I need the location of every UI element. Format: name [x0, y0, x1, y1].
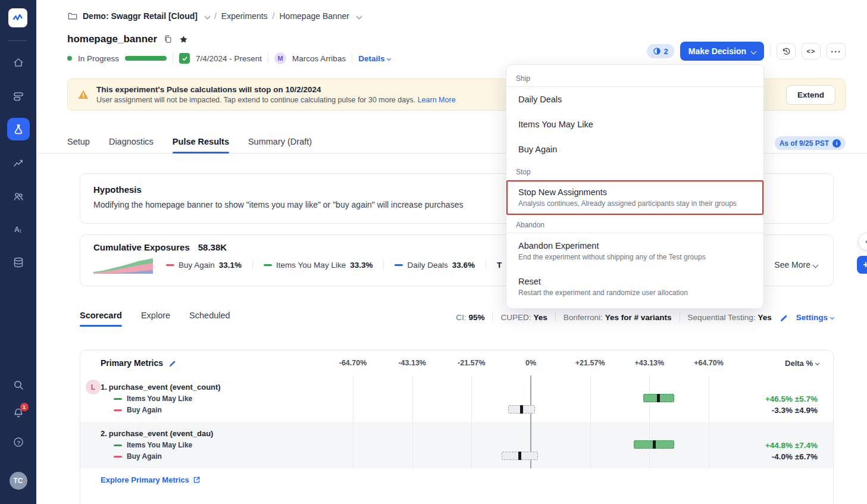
- confidence-interval-bar[interactable]: [643, 394, 675, 402]
- menu-item-title: Daily Deals: [518, 95, 752, 104]
- divider: [555, 312, 556, 322]
- details-link[interactable]: Details: [358, 54, 390, 63]
- settings-label: Settings: [796, 313, 828, 322]
- delta-sort-header[interactable]: Delta %: [785, 359, 819, 368]
- tab-explore[interactable]: Explore: [141, 311, 170, 327]
- more-button[interactable]: ···: [827, 43, 846, 60]
- menu-item-items-you-may-like[interactable]: Items You May Like: [506, 112, 763, 137]
- menu-section-label-ship: Ship: [506, 68, 763, 86]
- chevron-down-icon: [387, 56, 391, 60]
- legend-item: Buy Again: [114, 452, 162, 461]
- history-icon: [782, 47, 791, 56]
- copy-icon[interactable]: [163, 35, 173, 44]
- flask-icon: [12, 123, 24, 135]
- sidebar-item-data-warehouse[interactable]: [7, 251, 30, 274]
- pencil-icon[interactable]: [168, 359, 177, 367]
- breadcrumb-page[interactable]: Homepage Banner: [280, 11, 350, 21]
- legend-value: 33.6%: [452, 261, 475, 270]
- confidence-interval-bar[interactable]: [508, 405, 535, 414]
- see-more-label: See More: [774, 260, 810, 270]
- legend-dash: [264, 264, 272, 266]
- assistant-button[interactable]: +: [857, 256, 867, 274]
- gridline: [649, 375, 650, 468]
- menu-item-daily-deals[interactable]: Daily Deals: [506, 87, 763, 112]
- statsig-logo-icon[interactable]: [8, 8, 27, 27]
- user-avatar[interactable]: TC: [10, 472, 27, 490]
- tab-pulse-results[interactable]: Pulse Results: [173, 137, 229, 153]
- sidebar-item-metrics[interactable]: [7, 152, 30, 174]
- tab-diagnostics[interactable]: Diagnostics: [109, 137, 154, 153]
- metric-index: 1.: [101, 383, 107, 392]
- sidebar-item-experiments[interactable]: [7, 118, 30, 140]
- config-value: Yes: [533, 313, 547, 322]
- gridline: [353, 375, 353, 468]
- metric-label: purchase_event (event_count): [109, 383, 221, 392]
- menu-item-stop-new-assignments[interactable]: Stop New Assignments Analysis continues,…: [506, 180, 763, 215]
- menu-section-label-abandon: Abandon: [506, 215, 763, 233]
- pencil-icon[interactable]: [780, 313, 788, 322]
- decision-count-pill[interactable]: 2: [647, 44, 674, 58]
- tab-summary[interactable]: Summary (Draft): [248, 137, 312, 153]
- legend-label: Items You May Like: [276, 261, 346, 270]
- primary-metrics-card: Primary Metrics -64.70%-43.13%-21.57%0%+…: [80, 350, 834, 504]
- sidebar-item-autotune[interactable]: At: [7, 218, 30, 240]
- explore-primary-metrics-link[interactable]: Explore Primary Metrics: [101, 475, 201, 484]
- confidence-interval-bar[interactable]: [502, 452, 539, 460]
- breadcrumb-separator: /: [214, 11, 217, 21]
- sidebar-item-search[interactable]: [7, 374, 30, 396]
- menu-item-reset[interactable]: Reset Restart the experiment and randomi…: [506, 269, 763, 305]
- delta-value-positive: +44.8% ±7.4%: [765, 440, 818, 451]
- chevron-down-icon[interactable]: [204, 13, 210, 19]
- sidebar-item-feature-gates[interactable]: [7, 85, 30, 108]
- calendar-check-icon: [179, 53, 190, 64]
- divider: [383, 260, 384, 270]
- breadcrumb-section[interactable]: Experiments: [221, 11, 268, 21]
- delta: -3.3%: [772, 406, 793, 415]
- info-icon[interactable]: i: [832, 139, 841, 148]
- legend-dash: [114, 409, 122, 411]
- breadcrumb: Demo: Swaggr Retail [Cloud] / Experiment…: [67, 11, 361, 21]
- history-button[interactable]: [777, 43, 796, 60]
- metric-name[interactable]: 1.purchase_event (event_count): [101, 383, 223, 392]
- owner-name[interactable]: Marcos Arribas: [292, 54, 346, 63]
- breadcrumb-project[interactable]: Demo: Swaggr Retail [Cloud]: [83, 11, 198, 21]
- see-more-link[interactable]: See More: [774, 260, 818, 270]
- owner-avatar[interactable]: M: [274, 52, 286, 64]
- menu-item-abandon-experiment[interactable]: Abandon Experiment End the experiment wi…: [506, 233, 763, 269]
- star-icon[interactable]: [179, 35, 189, 45]
- chevron-down-icon[interactable]: [356, 13, 362, 19]
- delta-label: Delta %: [785, 359, 813, 368]
- menu-item-buy-again[interactable]: Buy Again: [506, 137, 763, 162]
- gridline: [471, 375, 472, 468]
- notification-badge: 1: [20, 403, 29, 411]
- menu-section-label-stop: Stop: [506, 162, 763, 180]
- learn-more-link[interactable]: Learn More: [418, 96, 456, 104]
- tab-scorecard[interactable]: Scorecard: [80, 311, 122, 327]
- tab-scheduled[interactable]: Scheduled: [189, 311, 230, 327]
- settings-link[interactable]: Settings: [796, 313, 834, 322]
- autotune-icon: At: [12, 223, 24, 235]
- breadcrumb-separator: /: [273, 11, 275, 21]
- header-actions: 2 Make Decision <> ···: [647, 42, 846, 61]
- make-decision-button[interactable]: Make Decision: [680, 42, 764, 61]
- confidence-interval-bar[interactable]: [634, 440, 674, 449]
- extend-button[interactable]: Extend: [786, 85, 835, 105]
- delta: +46.5%: [765, 395, 793, 403]
- axis-tick-label: +21.57%: [575, 359, 605, 367]
- menu-item-title: Abandon Experiment: [518, 241, 752, 251]
- sidebar-item-users[interactable]: [7, 185, 30, 208]
- config-cuped: CUPED:Yes: [500, 313, 547, 322]
- sidebar-item-home[interactable]: [7, 51, 30, 74]
- panel-collapse-button[interactable]: [858, 233, 867, 251]
- axis-tick-label: 0%: [525, 359, 536, 367]
- menu-item-title: Reset: [518, 277, 752, 286]
- tab-setup[interactable]: Setup: [67, 137, 90, 153]
- sidebar-item-help[interactable]: ?: [7, 431, 30, 453]
- delta-value-neutral: -3.3% ±4.9%: [765, 405, 818, 416]
- delta: -4.0%: [772, 452, 793, 461]
- config-sequential: Sequential Testing:Yes: [688, 313, 772, 322]
- code-button[interactable]: <>: [802, 43, 821, 60]
- metrics-header: Primary Metrics -64.70%-43.13%-21.57%0%+…: [80, 350, 833, 375]
- sidebar-item-notifications[interactable]: 1: [7, 402, 30, 424]
- metric-name[interactable]: 2.purchase_event (event_dau): [101, 429, 215, 438]
